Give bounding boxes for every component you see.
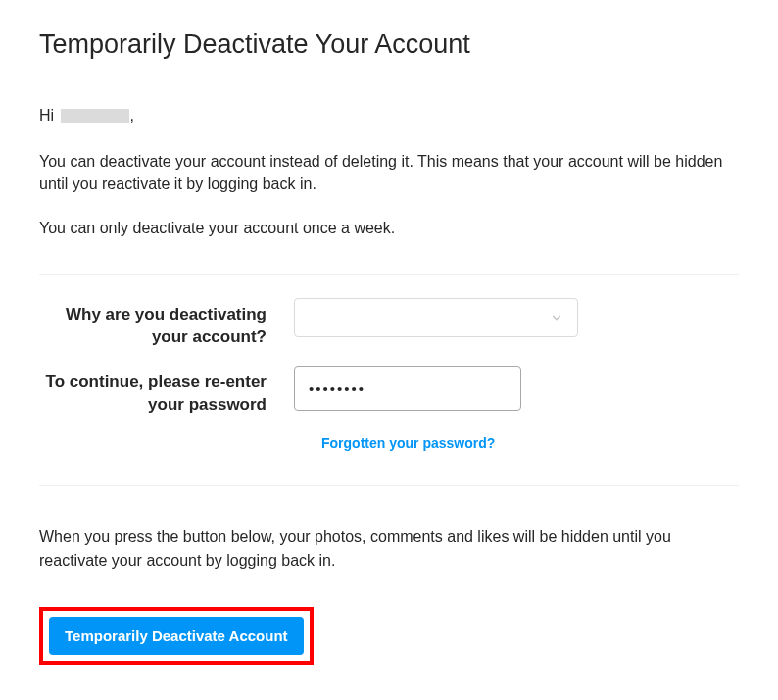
chevron-down-icon (550, 311, 563, 325)
divider-bottom (39, 485, 739, 486)
forgot-password-link[interactable]: Forgotten your password? (321, 435, 495, 451)
password-label: To continue, please re-enter your passwo… (39, 366, 294, 417)
intro-paragraph-1: You can deactivate your account instead … (39, 150, 739, 195)
greeting: Hi , (39, 107, 739, 125)
reason-select[interactable] (294, 298, 578, 337)
greeting-suffix: , (130, 107, 134, 124)
highlight-box: Temporarily Deactivate Account (39, 607, 314, 665)
intro-paragraph-2: You can only deactivate your account onc… (39, 217, 739, 239)
deactivate-button[interactable]: Temporarily Deactivate Account (49, 617, 304, 655)
bottom-paragraph: When you press the button below, your ph… (39, 525, 739, 571)
divider-top (39, 274, 739, 275)
greeting-prefix: Hi (39, 107, 54, 124)
reason-label: Why are you deactivating your account? (39, 298, 294, 349)
redacted-username (61, 109, 129, 123)
reason-row: Why are you deactivating your account? (39, 298, 739, 349)
password-row: To continue, please re-enter your passwo… (39, 366, 739, 417)
password-input[interactable] (294, 366, 521, 411)
page-title: Temporarily Deactivate Your Account (39, 29, 739, 60)
